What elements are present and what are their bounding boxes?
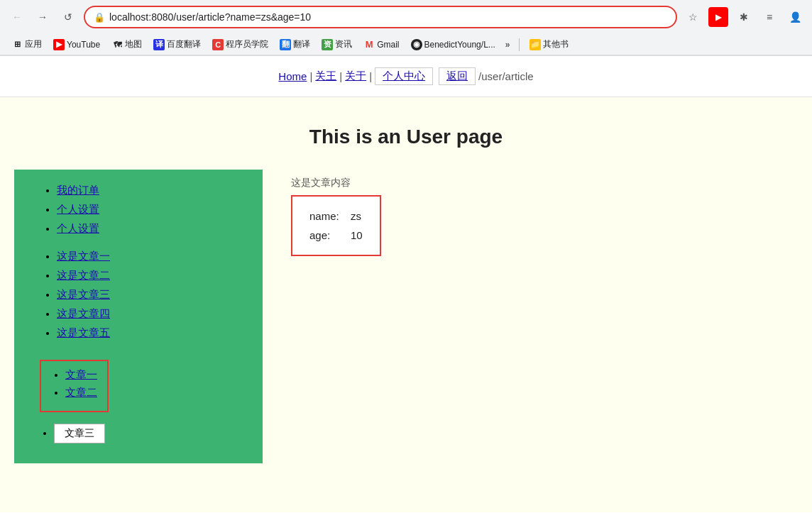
list-item: 这是文章三 bbox=[57, 288, 248, 302]
toolbar-icons: ☆ ▶ ✱ ≡ 👤 bbox=[683, 7, 805, 27]
gmail-label: Gmail bbox=[377, 40, 399, 50]
content-area: 我的订单 个人设置 个人设置 这是文章一 这是文章二 这是文章三 bbox=[0, 170, 812, 478]
list-item: 我的订单 bbox=[57, 184, 248, 197]
article-name-row: name: zs bbox=[309, 206, 363, 226]
youtube-bm-icon: ▶ bbox=[53, 39, 65, 50]
sidebar-link-geren-shezhi-2[interactable]: 个人设置 bbox=[57, 222, 99, 234]
apps-icon: ⊞ bbox=[11, 39, 23, 50]
page-content: Home | 关王 | 关于 | 个人中心 返回 /user/article T… bbox=[0, 56, 812, 512]
bookmark-separator bbox=[519, 38, 520, 51]
nav-gerenzx-button[interactable]: 个人中心 bbox=[375, 67, 433, 85]
article-name-val: zs bbox=[351, 206, 361, 226]
url-input[interactable] bbox=[109, 11, 667, 23]
youtube-ext-icon[interactable]: ▶ bbox=[708, 7, 728, 27]
sidebar-link-boxed-article2[interactable]: 文章二 bbox=[65, 386, 97, 398]
chengxu-icon: C bbox=[212, 39, 224, 50]
article-age-val: 10 bbox=[351, 226, 363, 245]
puzzle-icon: ✱ bbox=[740, 11, 748, 23]
article-name-key: name: bbox=[309, 206, 345, 226]
sidebar-link-article3[interactable]: 这是文章三 bbox=[57, 288, 110, 300]
more-bookmarks[interactable]: » bbox=[503, 38, 513, 51]
nav-guanyu1[interactable]: 关王 bbox=[315, 70, 336, 83]
article-box: name: zs age: 10 bbox=[291, 195, 381, 256]
reload-icon: ↺ bbox=[64, 11, 72, 23]
bookmark-youtube[interactable]: ▶ YouTube bbox=[49, 38, 104, 52]
sidebar-link-wode-dingdan[interactable]: 我的订单 bbox=[57, 184, 99, 196]
fanyi-label: 翻译 bbox=[293, 38, 310, 50]
right-content: 这是文章内容 name: zs age: 10 bbox=[291, 170, 798, 256]
bookmark-apps[interactable]: ⊞ 应用 bbox=[7, 37, 46, 52]
extensions-button[interactable]: ✱ bbox=[734, 7, 754, 27]
lock-icon: 🔒 bbox=[94, 12, 105, 23]
browser-chrome: ← → ↺ 🔒 ☆ ▶ ✱ ≡ 👤 bbox=[0, 0, 812, 56]
folder-icon: 📁 bbox=[530, 39, 541, 50]
nav-fanhui-button[interactable]: 返回 bbox=[439, 67, 476, 85]
github-icon: ◉ bbox=[411, 39, 422, 50]
nav-bar: Home | 关王 | 关于 | 个人中心 返回 /user/article bbox=[0, 56, 812, 97]
forward-icon: → bbox=[38, 11, 48, 23]
youtube-bm-label: YouTube bbox=[67, 40, 100, 50]
list-item: 这是文章一 bbox=[57, 250, 248, 263]
gmail-icon: M bbox=[363, 39, 375, 50]
list-item: 个人设置 bbox=[57, 222, 248, 236]
sidebar-link-article4[interactable]: 这是文章四 bbox=[57, 307, 110, 319]
list-item: 这是文章五 bbox=[57, 326, 248, 340]
sidebar-plain-list: 文章三 bbox=[40, 424, 248, 443]
maps-label: 地图 bbox=[125, 38, 142, 50]
sidebar-boxed-section: 文章一 文章二 bbox=[40, 360, 109, 412]
bookmark-fanyi[interactable]: 翻 翻译 bbox=[275, 37, 314, 52]
bookmark-gmail[interactable]: M Gmail bbox=[359, 38, 403, 52]
bookmark-benedict[interactable]: ◉ BenedictYoung/L... bbox=[407, 38, 500, 52]
profile-icon: 👤 bbox=[789, 11, 801, 23]
nav-sep2: | bbox=[339, 70, 342, 82]
sidebar-link-article5[interactable]: 这是文章五 bbox=[57, 326, 110, 338]
nav-sep1: | bbox=[309, 70, 312, 82]
nav-sep3: | bbox=[369, 70, 372, 82]
apps-label: 应用 bbox=[25, 38, 42, 50]
list-item: 个人设置 bbox=[57, 203, 248, 216]
reload-button[interactable]: ↺ bbox=[58, 7, 78, 27]
zixun-icon: 资 bbox=[322, 39, 333, 50]
sidebar: 我的订单 个人设置 个人设置 这是文章一 这是文章二 这是文章三 bbox=[14, 170, 263, 463]
back-button[interactable]: ← bbox=[7, 7, 27, 27]
address-bar[interactable]: 🔒 bbox=[84, 6, 677, 28]
list-item: 这是文章二 bbox=[57, 269, 248, 282]
sidebar-link-article2[interactable]: 这是文章二 bbox=[57, 269, 110, 281]
sidebar-plain-section: 文章三 bbox=[40, 424, 248, 443]
sidebar-group1: 我的订单 个人设置 个人设置 bbox=[43, 184, 248, 236]
sidebar-boxed-list: 文章一 文章二 bbox=[51, 368, 97, 399]
star-button[interactable]: ☆ bbox=[683, 7, 703, 27]
bookmark-maps[interactable]: 🗺 地图 bbox=[107, 37, 146, 52]
bookmark-folder[interactable]: 📁 其他书 bbox=[525, 37, 573, 52]
article-age-key: age: bbox=[309, 226, 345, 245]
fanyi-icon: 翻 bbox=[280, 39, 291, 50]
sidebar-group2: 这是文章一 这是文章二 这是文章三 这是文章四 这是文章五 bbox=[43, 250, 248, 340]
chengxu-label: 程序员学院 bbox=[226, 38, 268, 50]
sidebar-link-article1[interactable]: 这是文章一 bbox=[57, 250, 110, 262]
sidebar-link-geren-shezhi-1[interactable]: 个人设置 bbox=[57, 203, 99, 215]
folder-label: 其他书 bbox=[543, 38, 569, 50]
sidebar-article3-button[interactable]: 文章三 bbox=[54, 424, 105, 443]
menu-icon: ≡ bbox=[767, 11, 772, 23]
back-icon: ← bbox=[12, 11, 22, 23]
browser-toolbar: ← → ↺ 🔒 ☆ ▶ ✱ ≡ 👤 bbox=[0, 0, 812, 34]
profile-button[interactable]: 👤 bbox=[785, 7, 805, 27]
star-icon: ☆ bbox=[688, 11, 698, 23]
baidu-icon: 译 bbox=[153, 39, 165, 50]
benedict-label: BenedictYoung/L... bbox=[424, 40, 495, 50]
menu-button[interactable]: ≡ bbox=[759, 7, 779, 27]
sidebar-link-boxed-article1[interactable]: 文章一 bbox=[65, 368, 97, 380]
bookmark-chengxu[interactable]: C 程序员学院 bbox=[208, 37, 273, 52]
nav-guanyu2[interactable]: 关于 bbox=[345, 70, 366, 83]
bookmark-baidu[interactable]: 译 百度翻译 bbox=[149, 37, 205, 52]
article-age-row: age: 10 bbox=[309, 226, 363, 245]
zixun-label: 资讯 bbox=[335, 38, 352, 50]
list-item: 这是文章四 bbox=[57, 307, 248, 321]
bookmark-zixun[interactable]: 资 资讯 bbox=[317, 37, 356, 52]
nav-home[interactable]: Home bbox=[278, 70, 307, 82]
nav-path: /user/article bbox=[478, 70, 534, 82]
maps-icon: 🗺 bbox=[111, 39, 123, 50]
list-item: 文章二 bbox=[65, 386, 97, 399]
forward-button[interactable]: → bbox=[33, 7, 53, 27]
list-item: 文章一 bbox=[65, 368, 97, 382]
